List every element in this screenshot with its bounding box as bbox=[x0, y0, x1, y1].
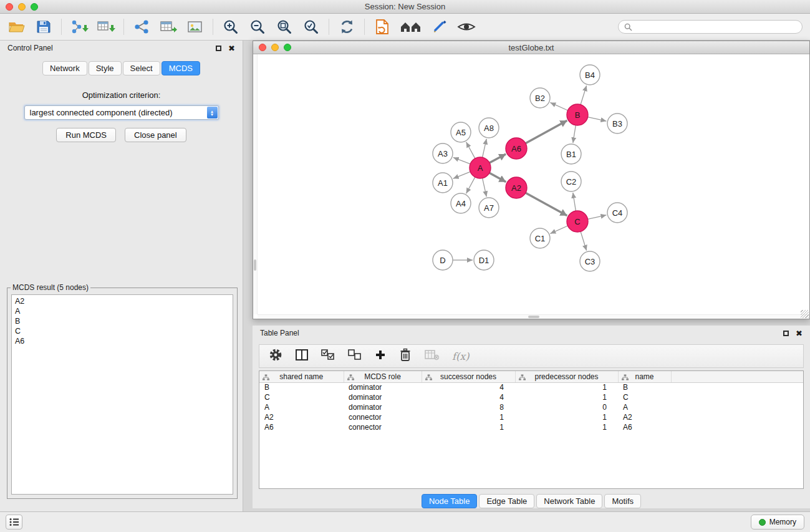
network-node[interactable]: A1 bbox=[433, 173, 453, 193]
horizontal-scrollbar[interactable] bbox=[258, 314, 809, 319]
cell[interactable]: dominator bbox=[344, 382, 422, 392]
network-edge[interactable] bbox=[526, 120, 567, 143]
zoom-out-icon[interactable] bbox=[248, 17, 267, 37]
cell[interactable]: C bbox=[618, 392, 671, 402]
network-node[interactable]: A6 bbox=[506, 138, 527, 159]
network-node[interactable]: B1 bbox=[561, 144, 581, 164]
network-node[interactable]: A4 bbox=[451, 193, 471, 213]
export-table-icon[interactable] bbox=[159, 17, 178, 37]
network-edge[interactable] bbox=[573, 125, 576, 143]
tab-network[interactable]: Network bbox=[42, 61, 87, 75]
tab-motifs[interactable]: Motifs bbox=[604, 494, 641, 508]
table-row[interactable]: B dominator 4 1 B bbox=[259, 382, 803, 392]
scrollbar-handle[interactable] bbox=[528, 316, 539, 318]
vertical-scrollbar[interactable] bbox=[253, 54, 258, 314]
network-edge[interactable] bbox=[526, 193, 567, 216]
network-node[interactable]: C3 bbox=[580, 251, 600, 271]
cell[interactable]: 4 bbox=[422, 382, 515, 392]
cell[interactable]: A6 bbox=[618, 422, 671, 432]
scrollbar-handle[interactable] bbox=[254, 259, 256, 271]
network-edge[interactable] bbox=[453, 157, 470, 164]
float-panel-icon[interactable] bbox=[216, 46, 221, 51]
close-panel-button[interactable]: Close panel bbox=[125, 128, 186, 142]
network-node[interactable]: A8 bbox=[479, 118, 499, 138]
cell[interactable]: A2 bbox=[618, 412, 671, 422]
memory-button[interactable]: Memory bbox=[751, 515, 804, 530]
function-builder-icon[interactable]: f(x) bbox=[452, 351, 469, 362]
network-edge[interactable] bbox=[588, 117, 607, 122]
close-table-panel-icon[interactable]: ✖ bbox=[796, 329, 803, 337]
run-mcds-button[interactable]: Run MCDS bbox=[56, 128, 116, 142]
list-item[interactable]: A6 bbox=[15, 336, 229, 346]
tab-mcds[interactable]: MCDS bbox=[162, 61, 200, 75]
network-edge[interactable] bbox=[550, 226, 567, 234]
cell[interactable]: connector bbox=[344, 412, 422, 422]
minimize-window-button[interactable] bbox=[18, 3, 26, 11]
tab-node-table[interactable]: Node Table bbox=[422, 494, 478, 508]
style-brush-icon[interactable] bbox=[430, 17, 449, 37]
search-field[interactable] bbox=[618, 20, 803, 34]
open-session-icon[interactable] bbox=[7, 17, 26, 37]
table-settings-icon[interactable] bbox=[269, 348, 282, 364]
network-edge[interactable] bbox=[466, 177, 475, 193]
column-header-name[interactable]: name bbox=[618, 371, 671, 382]
network-edge[interactable] bbox=[483, 178, 487, 197]
export-image-icon[interactable] bbox=[186, 17, 205, 37]
cell[interactable]: 1 bbox=[422, 422, 515, 432]
search-input[interactable] bbox=[635, 22, 796, 31]
network-edge[interactable] bbox=[489, 173, 506, 182]
tab-edge-table[interactable]: Edge Table bbox=[479, 494, 534, 508]
network-canvas[interactable]: B4B2BB3A5A8A6B1A3AC2A1A2A4A7C4CC1C3DD1 bbox=[253, 54, 809, 319]
table-row[interactable]: A2 connector 1 1 A2 bbox=[259, 412, 803, 422]
cell[interactable]: 1 bbox=[515, 412, 618, 422]
list-item[interactable]: C bbox=[15, 326, 229, 336]
table-row[interactable]: C dominator 4 1 C bbox=[259, 392, 803, 402]
network-node[interactable]: C2 bbox=[561, 172, 581, 191]
new-network-icon[interactable] bbox=[132, 17, 151, 37]
mcds-result-list[interactable]: A2 A B C A6 bbox=[11, 294, 233, 495]
delete-column-icon[interactable] bbox=[399, 348, 412, 364]
resize-grip-icon[interactable] bbox=[801, 310, 809, 318]
cell[interactable]: 1 bbox=[515, 382, 618, 392]
cell[interactable]: A bbox=[618, 402, 671, 412]
cell[interactable]: 0 bbox=[515, 402, 618, 412]
deselect-all-icon[interactable] bbox=[348, 349, 362, 363]
refresh-icon[interactable] bbox=[337, 17, 356, 37]
network-node[interactable]: D1 bbox=[474, 250, 494, 270]
network-node[interactable]: A bbox=[470, 157, 491, 178]
float-table-panel-icon[interactable] bbox=[783, 331, 789, 336]
network-edge[interactable] bbox=[483, 139, 487, 158]
zoom-window-button[interactable] bbox=[31, 3, 38, 11]
network-node[interactable]: A5 bbox=[451, 122, 471, 142]
import-network-icon[interactable] bbox=[70, 17, 89, 37]
table-row[interactable]: A dominator 8 0 A bbox=[259, 402, 803, 412]
cell[interactable]: 1 bbox=[515, 392, 618, 402]
network-node[interactable]: C bbox=[567, 211, 588, 232]
tab-network-table[interactable]: Network Table bbox=[536, 494, 602, 508]
tab-style[interactable]: Style bbox=[89, 61, 122, 75]
network-edge[interactable] bbox=[453, 172, 471, 178]
network-node[interactable]: A7 bbox=[479, 198, 499, 218]
home-icon[interactable] bbox=[400, 17, 422, 37]
network-node[interactable]: A2 bbox=[506, 177, 527, 198]
zoom-fit-icon[interactable] bbox=[275, 17, 294, 37]
network-edge[interactable] bbox=[581, 231, 587, 251]
cell[interactable]: B bbox=[259, 382, 344, 392]
import-table-icon[interactable] bbox=[97, 17, 115, 37]
close-window-button[interactable] bbox=[6, 3, 13, 11]
delete-table-icon[interactable] bbox=[425, 349, 439, 363]
network-edge[interactable] bbox=[466, 142, 475, 158]
network-edge[interactable] bbox=[573, 193, 576, 211]
minimize-network-window-button[interactable] bbox=[271, 44, 279, 51]
network-edge[interactable] bbox=[581, 85, 587, 105]
show-columns-icon[interactable] bbox=[296, 349, 308, 363]
network-node[interactable]: B2 bbox=[530, 88, 550, 108]
zoom-in-icon[interactable] bbox=[221, 17, 240, 37]
cell[interactable]: C bbox=[259, 392, 344, 402]
show-hide-eye-icon[interactable] bbox=[457, 17, 476, 37]
zoom-network-window-button[interactable] bbox=[284, 44, 291, 51]
network-edge[interactable] bbox=[489, 154, 506, 163]
cell[interactable]: A bbox=[259, 402, 344, 412]
list-item[interactable]: A2 bbox=[15, 296, 229, 306]
network-node[interactable]: C4 bbox=[607, 203, 627, 223]
